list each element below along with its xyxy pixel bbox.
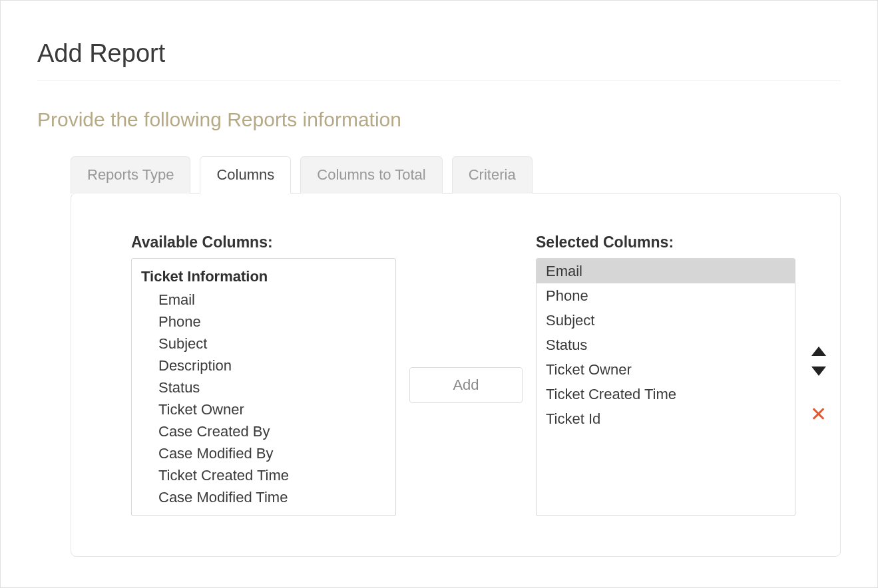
available-columns-list[interactable]: Ticket Information Email Phone Subject D… [131,258,396,516]
triangle-up-icon [811,346,827,357]
available-columns-label: Available Columns: [131,233,396,251]
selected-item[interactable]: Ticket Id [537,406,795,431]
available-item[interactable]: Case Created By [141,420,386,442]
available-item[interactable]: Phone [141,311,386,333]
selected-columns-label: Selected Columns: [536,233,795,251]
available-item[interactable]: Subject [141,333,386,355]
divider [37,80,841,80]
available-item[interactable]: Case Modified Time [141,486,386,508]
add-button[interactable]: Add [409,367,523,403]
selected-item[interactable]: Ticket Owner [537,357,795,382]
tab-columns[interactable]: Columns [200,156,291,194]
available-item[interactable]: Case Modified By [141,442,386,464]
selected-item[interactable]: Subject [537,308,795,333]
page-title: Add Report [37,39,841,68]
tab-reports-type[interactable]: Reports Type [71,156,190,194]
tab-panel-columns: Available Columns: Ticket Information Em… [71,193,841,557]
available-item[interactable]: Ticket Owner [141,398,386,420]
svg-marker-1 [811,367,826,376]
tab-criteria[interactable]: Criteria [452,156,533,194]
available-item[interactable]: Ticket Created Time [141,464,386,486]
move-up-button[interactable] [809,345,828,358]
available-item[interactable]: Description [141,355,386,376]
page-subheading: Provide the following Reports informatio… [37,108,841,131]
selected-item[interactable]: Phone [537,283,795,308]
remove-button[interactable]: ✕ [809,403,828,426]
tab-bar: Reports Type Columns Columns to Total Cr… [71,156,841,194]
svg-marker-0 [811,347,826,356]
tab-columns-to-total[interactable]: Columns to Total [300,156,442,194]
selected-item[interactable]: Status [537,333,795,357]
triangle-down-icon [811,366,827,376]
available-item[interactable]: Status [141,376,386,398]
selected-columns-list[interactable]: Email Phone Subject Status Ticket Owner … [536,258,795,516]
list-group-header: Ticket Information [141,265,386,287]
available-item[interactable]: Email [141,289,386,311]
selected-item[interactable]: Email [537,259,795,283]
move-down-button[interactable] [809,365,828,378]
close-icon: ✕ [810,403,827,425]
selected-item[interactable]: Ticket Created Time [537,382,795,406]
